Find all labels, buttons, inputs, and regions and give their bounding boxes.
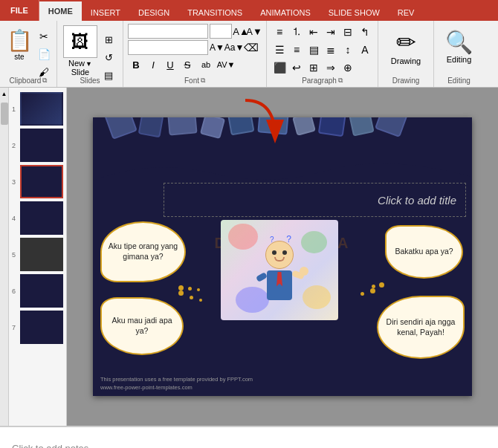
slide-thumb-5[interactable]: [20, 238, 63, 271]
thought-bubble-bl: Aku mau jadi apa ya?: [100, 297, 184, 355]
tab-home[interactable]: HOME: [39, 1, 82, 21]
main-slide[interactable]: Click to add title DESARAMANIA: [93, 117, 472, 396]
shadow-button[interactable]: ab: [196, 56, 216, 73]
notes-area[interactable]: Click to add notes: [0, 426, 498, 448]
editing-group: 🔍 Editing Editing: [434, 21, 484, 87]
slide-num-6: 6: [12, 288, 19, 295]
char-spacing-button[interactable]: AV▼: [216, 56, 236, 73]
underline-button[interactable]: U: [162, 56, 178, 73]
slides-group: 🖼 New ▼ Slide ⊞ ↺ ▤ Slides: [57, 21, 123, 87]
rtl-button[interactable]: ↰: [357, 24, 373, 40]
slide-footer: This presentation uses a free template p…: [100, 376, 253, 392]
slide-panel-item: 4: [12, 201, 63, 235]
slide-center-image: ? ?: [221, 220, 338, 320]
font-color-button[interactable]: A▼: [209, 40, 225, 55]
valign-button[interactable]: ⬛: [271, 59, 288, 76]
slide-panel-item: 5: [12, 238, 63, 271]
slide-num-3: 3: [12, 178, 19, 186]
tab-design[interactable]: DESIGN: [129, 4, 178, 21]
text-color-input[interactable]: [128, 40, 208, 55]
slide-header-decoration: [93, 117, 472, 181]
tab-slideshow[interactable]: SLIDE SHOW: [320, 4, 389, 21]
slides-scrollbar[interactable]: ▲: [0, 88, 9, 426]
tab-animations[interactable]: ANIMATIONS: [251, 4, 320, 21]
font-shrink-button[interactable]: A▼: [247, 24, 262, 39]
justify-button[interactable]: ≣: [323, 42, 339, 58]
slide-num-2: 2: [12, 142, 19, 149]
strikethrough-button[interactable]: S: [179, 56, 195, 73]
scroll-up-arrow[interactable]: ▲: [0, 88, 9, 100]
paragraph-group: ≡ ⒈ ⇤ ⇥ ⊟ ↰ ☰ ≡ ▤ ≣ ↕ Α ⬛ ↩ ⊞ ⇒ ⊕: [267, 21, 378, 87]
slides-group-label: Slides: [80, 77, 100, 85]
slide-thumb-7[interactable]: [20, 311, 63, 344]
thought-bubble-tr: Bakatku apa ya?: [385, 225, 463, 279]
reset-button[interactable]: ↺: [100, 49, 117, 65]
thought-bubble-tl: Aku tipe orang yang gimana ya?: [100, 221, 186, 282]
tab-insert[interactable]: INSERT: [82, 4, 129, 21]
text-shadow-button[interactable]: Α: [357, 42, 373, 58]
copy-button[interactable]: 📄: [36, 46, 52, 62]
canvas-area: Click to add title DESARAMANIA: [67, 88, 498, 426]
col-layout-button[interactable]: ⊟: [340, 24, 356, 40]
scroll-thumb[interactable]: [1, 103, 8, 125]
slide-num-1: 1: [12, 105, 19, 113]
slide-num-5: 5: [12, 251, 19, 259]
editing-group-label: Editing: [447, 77, 470, 85]
new-slide-icon: 🖼: [63, 25, 97, 58]
decrease-indent-button[interactable]: ⇤: [305, 24, 322, 40]
drawing-button[interactable]: ✏ Drawing: [384, 22, 428, 71]
para-export-button[interactable]: ⇒: [323, 59, 339, 76]
slide-panel-item: 6: [12, 274, 63, 308]
cut-button[interactable]: ✂: [36, 28, 52, 45]
slide-thumb-4[interactable]: [20, 201, 63, 235]
line-spacing-button[interactable]: ↕: [340, 42, 356, 58]
paragraph-group-label: Paragraph⧉: [267, 77, 378, 85]
slide-thumb-1[interactable]: [20, 92, 63, 126]
paste-button[interactable]: 📋 ste: [4, 25, 34, 64]
align-left-button[interactable]: ☰: [271, 42, 288, 58]
align-center-button[interactable]: ≡: [288, 42, 305, 58]
section-button[interactable]: ▤: [100, 67, 117, 83]
slide-panel-item: 7: [12, 311, 63, 344]
slide-thumb-3[interactable]: [20, 165, 63, 198]
drawing-group-label: Drawing: [392, 77, 420, 85]
slides-panel: 1 2 3 4 5 6: [9, 88, 67, 426]
align-right-button[interactable]: ▤: [305, 42, 322, 58]
increase-indent-button[interactable]: ⇥: [323, 24, 339, 40]
tab-review[interactable]: REV: [389, 4, 424, 21]
font-group-label: Font⧉: [123, 77, 266, 85]
drawing-group: ✏ Drawing Drawing: [378, 21, 434, 87]
slide-title-placeholder[interactable]: Click to add title: [164, 183, 466, 217]
smartart-button[interactable]: ⊞: [305, 59, 322, 76]
notes-placeholder: Click to add notes: [12, 443, 88, 449]
bullets-button[interactable]: ≡: [271, 24, 288, 40]
slide-panel-item: 2: [12, 129, 63, 162]
clipboard-group-label: Clipboard⧉: [10, 77, 48, 85]
font-name-input[interactable]: [128, 24, 208, 39]
numbering-button[interactable]: ⒈: [288, 24, 305, 40]
slide-thumb-2[interactable]: [20, 129, 63, 162]
para-extra-button[interactable]: ⊕: [340, 59, 356, 76]
clipboard-group: 📋 ste ✂ 📄 🖌 Clipboard⧉: [0, 21, 57, 87]
slide-num-7: 7: [12, 324, 19, 331]
font-size2-button[interactable]: Aa▼: [226, 40, 242, 55]
italic-button[interactable]: I: [145, 56, 161, 73]
clear-format-button[interactable]: ⌫: [243, 40, 259, 55]
file-button[interactable]: FILE: [0, 0, 39, 21]
slide-label: Slide: [71, 68, 89, 77]
slide-thumb-6[interactable]: [20, 274, 63, 308]
text-dir-button[interactable]: ↩: [288, 59, 305, 76]
thought-bubble-br: Diri sendiri aja ngga kenal, Payah!: [377, 296, 465, 359]
bold-button[interactable]: B: [128, 56, 144, 73]
layout-button[interactable]: ⊞: [100, 31, 117, 48]
tab-transitions[interactable]: TRANSITIONS: [178, 4, 251, 21]
font-group: A▲ A▼ A▼ Aa▼ ⌫ B I U S ab AV▼ Font⧉: [123, 21, 267, 87]
editing-button[interactable]: 🔍 Editing: [439, 22, 479, 71]
new-slide-label-row[interactable]: New ▼: [68, 59, 92, 68]
slide-num-4: 4: [12, 215, 19, 222]
slide-panel-item: 1: [12, 92, 63, 126]
slide-title-text: Click to add title: [378, 194, 456, 207]
font-size-input[interactable]: [210, 24, 232, 39]
slide-panel-item: 3: [12, 165, 63, 198]
